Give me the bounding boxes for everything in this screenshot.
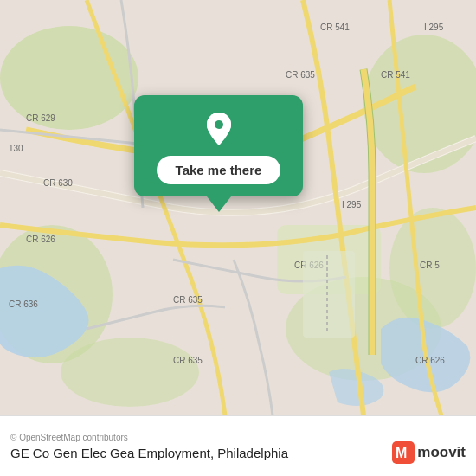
map-attribution: © OpenStreetMap contributors xyxy=(10,433,466,442)
map-background: CR 629 CR 541 I 295 CR 635 CR 541 130 CR… xyxy=(0,0,476,415)
moovit-icon: M xyxy=(392,441,415,464)
take-me-there-button[interactable]: Take me there xyxy=(157,156,281,184)
svg-rect-23 xyxy=(303,251,355,338)
svg-text:CR 635: CR 635 xyxy=(286,70,315,80)
navigation-card[interactable]: Take me there xyxy=(134,95,303,196)
svg-text:CR 630: CR 630 xyxy=(43,178,73,188)
svg-text:M: M xyxy=(396,446,407,460)
svg-text:CR 629: CR 629 xyxy=(26,113,55,123)
location-pin-icon xyxy=(201,111,237,147)
moovit-logo: M moovit xyxy=(392,441,466,464)
svg-text:CR 636: CR 636 xyxy=(9,299,38,309)
svg-point-7 xyxy=(61,338,199,407)
svg-point-26 xyxy=(215,120,223,129)
svg-text:130: 130 xyxy=(9,144,23,153)
svg-text:CR 5: CR 5 xyxy=(420,261,440,270)
moovit-text: moovit xyxy=(417,444,466,461)
svg-text:I 295: I 295 xyxy=(342,200,362,209)
bottom-bar: © OpenStreetMap contributors GE Co Gen E… xyxy=(0,415,476,476)
svg-text:CR 541: CR 541 xyxy=(320,23,350,32)
svg-text:CR 635: CR 635 xyxy=(173,356,203,365)
svg-text:CR 541: CR 541 xyxy=(381,70,410,80)
svg-text:CR 626: CR 626 xyxy=(26,235,55,244)
map-container: CR 629 CR 541 I 295 CR 635 CR 541 130 CR… xyxy=(0,0,476,415)
svg-text:CR 635: CR 635 xyxy=(173,295,203,305)
svg-text:CR 626: CR 626 xyxy=(415,356,445,365)
svg-text:I 295: I 295 xyxy=(424,23,444,32)
